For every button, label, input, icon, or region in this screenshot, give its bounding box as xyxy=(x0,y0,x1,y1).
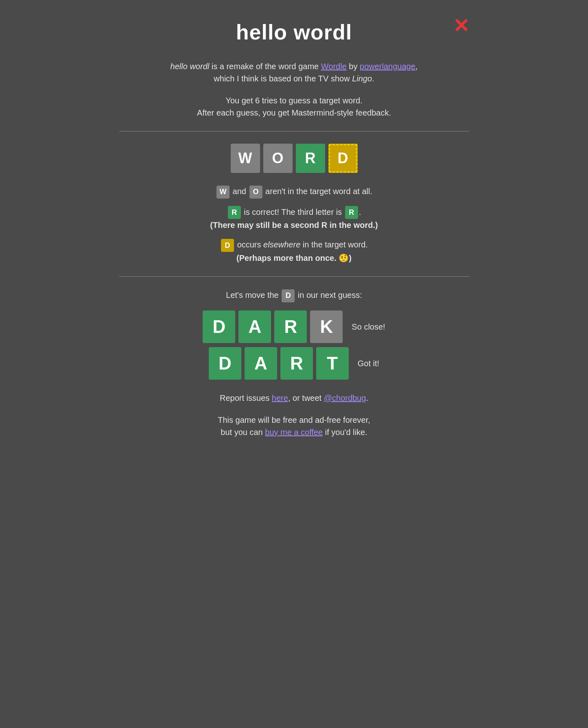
header: hello wordl ✕ xyxy=(119,16,469,48)
guess-tiles-dark: D A R K xyxy=(203,310,343,343)
report-text-pre: Report issues xyxy=(220,394,272,402)
r-line2-text: (There may still be a second R in the wo… xyxy=(210,221,378,230)
wo-explanation: W and O aren't in the target word at all… xyxy=(119,185,469,199)
intro-lingo: Lingo xyxy=(352,74,372,83)
page-title: hello wordl xyxy=(119,16,469,48)
tile-K-dark: K xyxy=(310,310,343,343)
powerlanguage-link[interactable]: powerlanguage xyxy=(360,62,415,71)
intro-text4: , xyxy=(415,62,418,71)
guess-label-dark: So close! xyxy=(352,321,385,333)
intro-text1: is a remake of the word game xyxy=(209,62,321,71)
free-text-pre: but you can xyxy=(221,428,265,437)
intro-paragraph: hello wordl is a remake of the word game… xyxy=(119,60,469,85)
tile-D: D xyxy=(328,144,358,173)
links-section: Report issues here, or tweet @chordbug. xyxy=(119,392,469,404)
tile-O: O xyxy=(263,144,293,173)
tile-D-dart: D xyxy=(209,347,241,380)
move-text-post: in our next guess: xyxy=(298,291,362,300)
and-text: and xyxy=(233,187,249,196)
badge-O: O xyxy=(249,186,262,199)
guess-label-dart: Got it! xyxy=(358,357,379,369)
tile-R-dart: R xyxy=(280,347,313,380)
free-line1: This game will be free and ad-free forev… xyxy=(119,414,469,426)
intro-italic: hello wordl xyxy=(170,62,210,71)
guess-row-dark: D A R K So close! xyxy=(203,310,385,343)
tile-A-dart: A xyxy=(245,347,277,380)
badge-D-move: D xyxy=(282,289,295,302)
d-line1-pre: occurs xyxy=(237,240,261,249)
gameplay-line2: After each guess, you get Mastermind-sty… xyxy=(119,107,469,119)
badge-D-yellow: D xyxy=(221,239,234,252)
badge-W: W xyxy=(216,186,230,199)
modal-container: hello wordl ✕ hello wordl is a remake of… xyxy=(95,0,494,728)
tile-R: R xyxy=(296,144,325,173)
free-text-post: if you'd like. xyxy=(323,428,367,437)
d-line1-italic: elsewhere xyxy=(263,240,300,249)
wordle-link[interactable]: Wordle xyxy=(321,62,347,71)
tile-A-dark: A xyxy=(238,310,271,343)
move-section: Let's move the D in our next guess: xyxy=(119,289,469,302)
guess-rows: D A R K So close! D A R T Got it! xyxy=(119,310,469,380)
d-line1-post: in the target word. xyxy=(303,240,368,249)
divider-top xyxy=(119,131,469,131)
move-text-pre: Let's move the xyxy=(226,291,278,300)
here-link[interactable]: here xyxy=(272,394,288,402)
r-explanation: R is correct! The third letter is R. (Th… xyxy=(119,206,469,232)
tile-T-dart: T xyxy=(316,347,349,380)
d-line2-text: (Perhaps more than once. 🤨) xyxy=(236,254,352,262)
divider-mid xyxy=(119,276,469,277)
report-text-post: . xyxy=(366,394,368,402)
coffee-link[interactable]: buy me a coffee xyxy=(265,428,323,437)
guess-row-dart: D A R T Got it! xyxy=(209,347,379,380)
d-explanation: D occurs elsewhere in the target word. (… xyxy=(119,238,469,264)
chordbug-link[interactable]: @chordbug xyxy=(324,394,366,402)
free-line2: but you can buy me a coffee if you'd lik… xyxy=(119,426,469,438)
gameplay-line1: You get 6 tries to guess a target word. xyxy=(119,94,469,107)
gameplay-info: You get 6 tries to guess a target word. … xyxy=(119,94,469,119)
r-line1-text: is correct! The third letter is xyxy=(244,208,342,216)
tile-R-dark: R xyxy=(274,310,307,343)
tile-W: W xyxy=(231,144,260,173)
wo-text-post: aren't in the target word at all. xyxy=(265,187,372,196)
word-demo: W O R D xyxy=(119,144,469,173)
badge-R-inline: R xyxy=(345,206,358,219)
guess-tiles-dart: D A R T xyxy=(209,347,349,380)
intro-text3: by xyxy=(347,62,360,71)
badge-R-correct: R xyxy=(228,206,241,219)
r-period: . xyxy=(359,208,361,216)
free-section: This game will be free and ad-free forev… xyxy=(119,414,469,438)
report-text-mid: , or tweet xyxy=(288,394,324,402)
close-button[interactable]: ✕ xyxy=(453,16,469,36)
intro-text6: . xyxy=(372,74,374,83)
tile-D-dark: D xyxy=(203,310,235,343)
intro-text5: which I think is based on the TV show xyxy=(214,74,352,83)
